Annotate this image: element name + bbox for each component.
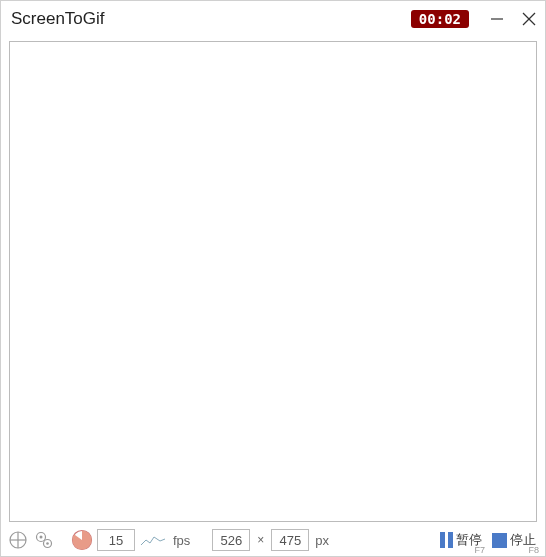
svg-point-7 [40, 536, 43, 539]
fps-indicator [71, 529, 93, 551]
close-icon [521, 11, 537, 27]
pause-button[interactable]: 暂停 F7 [437, 529, 485, 551]
titlebar[interactable]: ScreenToGif 00:02 [1, 1, 545, 37]
svg-point-9 [46, 542, 49, 545]
capture-region[interactable] [9, 41, 537, 522]
width-input[interactable] [212, 529, 250, 551]
fps-input[interactable] [97, 529, 135, 551]
app-window: ScreenToGif 00:02 [0, 0, 546, 557]
fps-graph-icon [140, 532, 166, 548]
crosshair-icon [8, 530, 28, 550]
recording-timer: 00:02 [411, 10, 469, 28]
crosshair-button[interactable] [7, 529, 29, 551]
close-button[interactable] [513, 4, 545, 34]
stop-button[interactable]: 停止 F8 [489, 529, 539, 551]
pause-icon [440, 532, 453, 548]
gear-icon [34, 530, 54, 550]
footer-toolbar: fps × px 暂停 F7 停止 F8 [1, 526, 545, 556]
pause-hotkey: F7 [474, 545, 485, 555]
minimize-button[interactable] [481, 4, 513, 34]
stop-hotkey: F8 [528, 545, 539, 555]
height-input[interactable] [271, 529, 309, 551]
stop-icon [492, 533, 507, 548]
app-title: ScreenToGif [11, 9, 411, 29]
minimize-icon [490, 12, 504, 26]
dimension-separator: × [257, 533, 264, 547]
pie-icon [71, 529, 93, 551]
px-label: px [315, 533, 329, 548]
settings-button[interactable] [33, 529, 55, 551]
fps-label: fps [173, 533, 190, 548]
